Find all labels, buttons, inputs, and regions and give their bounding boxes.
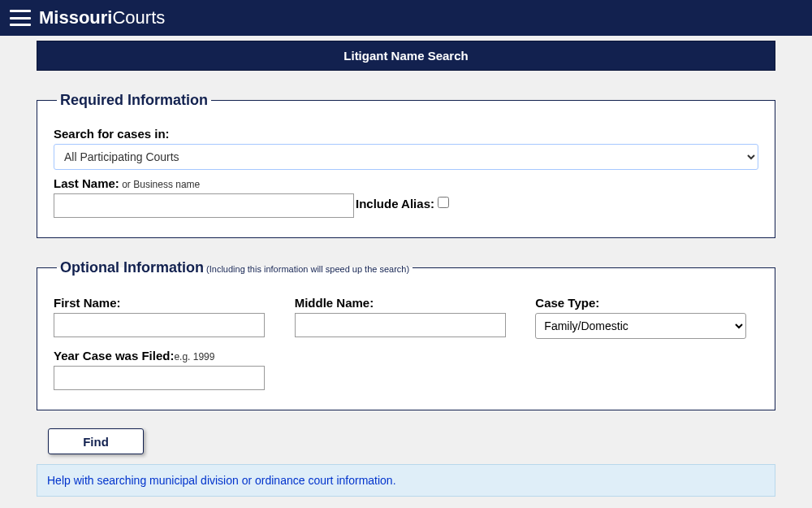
site-title: MissouriCourts	[39, 7, 165, 28]
alias-checkbox[interactable]	[438, 197, 449, 208]
required-legend: Required Information	[57, 92, 211, 109]
lastname-input[interactable]	[54, 193, 354, 218]
help-bar: Help with searching municipal division o…	[37, 464, 775, 497]
optional-legend: Optional Information (Including this inf…	[57, 259, 412, 276]
page-title: Litigant Name Search	[37, 41, 775, 71]
required-information-fieldset: Required Information Search for cases in…	[37, 92, 775, 238]
year-input[interactable]	[54, 366, 265, 390]
middle-name-group: Middle Name:	[295, 296, 518, 339]
case-type-select[interactable]: Family/Domestic	[535, 313, 746, 339]
help-link[interactable]: Help with searching municipal division o…	[47, 474, 396, 487]
search-courts-label: Search for cases in:	[54, 127, 758, 141]
main-content: Litigant Name Search Required Informatio…	[0, 41, 812, 497]
middle-name-label: Middle Name:	[295, 296, 518, 310]
case-type-label: Case Type:	[535, 296, 758, 310]
court-select[interactable]: All Participating Courts	[54, 144, 758, 170]
optional-information-fieldset: Optional Information (Including this inf…	[37, 259, 775, 410]
lastname-label: Last Name: or Business name	[54, 176, 354, 190]
app-header: MissouriCourts	[0, 0, 812, 36]
alias-label: Include Alias:	[356, 197, 434, 211]
middle-name-input[interactable]	[295, 313, 506, 337]
case-type-group: Case Type: Family/Domestic	[535, 296, 758, 339]
first-name-label: First Name:	[54, 296, 277, 310]
find-button[interactable]: Find	[48, 428, 144, 454]
first-name-input[interactable]	[54, 313, 265, 337]
hamburger-menu-icon[interactable]	[10, 10, 31, 26]
first-name-group: First Name:	[54, 296, 277, 339]
year-label: Year Case was Filed:e.g. 1999	[54, 349, 758, 363]
year-group: Year Case was Filed:e.g. 1999	[54, 349, 758, 390]
